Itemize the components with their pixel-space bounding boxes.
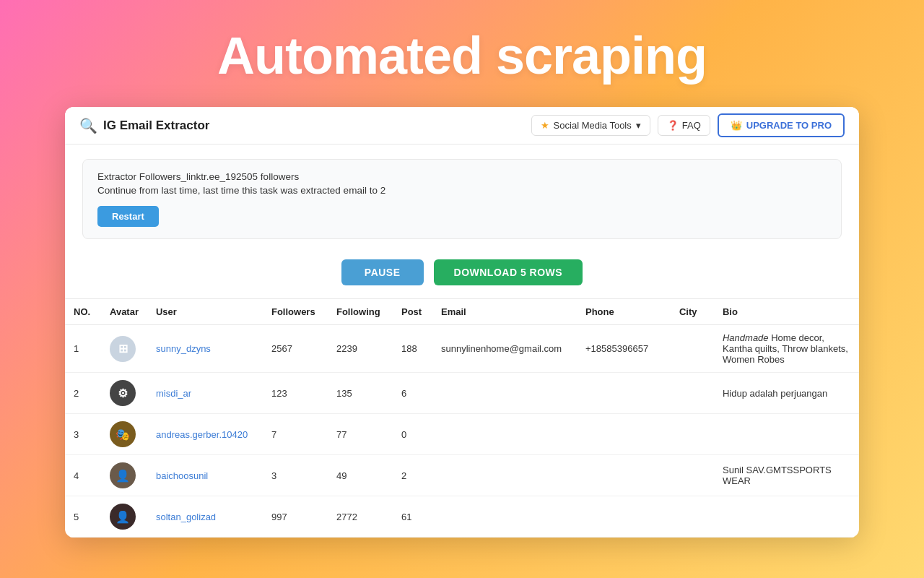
table-row: 4👤baichoosunil3492Sunil SAV.GMTSSPORTS W… bbox=[65, 455, 859, 496]
data-table-wrapper: NO. Avatar User Followers Following Post… bbox=[65, 298, 859, 538]
restart-button[interactable]: Restart bbox=[97, 206, 159, 227]
cell-bio bbox=[714, 414, 859, 455]
cell-phone bbox=[577, 414, 671, 455]
info-line2: Continue from last time, last time this … bbox=[97, 185, 827, 196]
col-header-phone: Phone bbox=[577, 299, 671, 325]
cell-email bbox=[432, 455, 577, 496]
bio-text: Sunil SAV.GMTSSPORTS WEAR bbox=[723, 465, 832, 486]
col-header-no: NO. bbox=[65, 299, 101, 325]
cell-followers: 7 bbox=[263, 414, 328, 455]
cell-no: 5 bbox=[65, 496, 101, 538]
table-header-row: NO. Avatar User Followers Following Post… bbox=[65, 299, 859, 325]
cell-no: 3 bbox=[65, 414, 101, 455]
cell-no: 2 bbox=[65, 373, 101, 414]
cell-avatar: 👤 bbox=[101, 496, 147, 538]
star-icon: ★ bbox=[541, 120, 549, 131]
cell-avatar: 🎭 bbox=[101, 414, 147, 455]
cell-user: andreas.gerber.10420 bbox=[147, 414, 263, 455]
cell-following: 77 bbox=[328, 414, 393, 455]
social-tools-button[interactable]: ★ Social Media Tools ▾ bbox=[531, 115, 650, 136]
cell-phone: +18585396657 bbox=[577, 325, 671, 373]
cell-bio: Hidup adalah perjuangan bbox=[714, 373, 859, 414]
avatar: ⊞ bbox=[110, 336, 136, 362]
social-tools-label: Social Media Tools bbox=[554, 120, 632, 131]
cell-city bbox=[671, 373, 714, 414]
cell-bio: Handmade Home decor, Kantha quilts, Thro… bbox=[714, 325, 859, 373]
cell-avatar: ⚙ bbox=[101, 373, 147, 414]
cell-post: 188 bbox=[393, 325, 432, 373]
col-header-city: City bbox=[671, 299, 714, 325]
cell-bio bbox=[714, 496, 859, 538]
action-row: PAUSE DOWNLOAD 5 ROWS bbox=[65, 251, 859, 298]
data-table: NO. Avatar User Followers Following Post… bbox=[65, 298, 859, 538]
download-button[interactable]: DOWNLOAD 5 ROWS bbox=[434, 259, 583, 285]
info-card: Extractor Followers_linktr.ee_192505 fol… bbox=[82, 159, 842, 239]
cell-post: 0 bbox=[393, 414, 432, 455]
col-header-following: Following bbox=[328, 299, 393, 325]
question-icon: ❓ bbox=[667, 120, 679, 131]
crown-icon: 👑 bbox=[731, 120, 742, 131]
faq-label: FAQ bbox=[682, 120, 701, 131]
cell-phone bbox=[577, 373, 671, 414]
col-header-user: User bbox=[147, 299, 263, 325]
cell-bio: Sunil SAV.GMTSSPORTS WEAR bbox=[714, 455, 859, 496]
cell-following: 2239 bbox=[328, 325, 393, 373]
cell-user: baichoosunil bbox=[147, 455, 263, 496]
cell-followers: 123 bbox=[263, 373, 328, 414]
col-header-post: Post bbox=[393, 299, 432, 325]
cell-following: 2772 bbox=[328, 496, 393, 538]
col-header-bio: Bio bbox=[714, 299, 859, 325]
col-header-avatar: Avatar bbox=[101, 299, 147, 325]
cell-city bbox=[671, 325, 714, 373]
cell-city bbox=[671, 455, 714, 496]
cell-phone bbox=[577, 455, 671, 496]
cell-email bbox=[432, 496, 577, 538]
cell-post: 2 bbox=[393, 455, 432, 496]
cell-post: 61 bbox=[393, 496, 432, 538]
user-link[interactable]: baichoosunil bbox=[156, 470, 208, 481]
faq-button[interactable]: ❓ FAQ bbox=[658, 115, 710, 136]
table-row: 2⚙misdi_ar1231356Hidup adalah perjuangan bbox=[65, 373, 859, 414]
table-row: 3🎭andreas.gerber.104207770 bbox=[65, 414, 859, 455]
avatar: ⚙ bbox=[110, 380, 136, 406]
cell-no: 1 bbox=[65, 325, 101, 373]
cell-user: misdi_ar bbox=[147, 373, 263, 414]
cell-city bbox=[671, 414, 714, 455]
cell-no: 4 bbox=[65, 455, 101, 496]
user-link[interactable]: sunny_dzyns bbox=[156, 343, 211, 354]
cell-email: sunnylinenhome@gmail.com bbox=[432, 325, 577, 373]
avatar: 🎭 bbox=[110, 421, 136, 447]
cell-followers: 997 bbox=[263, 496, 328, 538]
table-row: 5👤soltan_golizad997277261 bbox=[65, 496, 859, 538]
upgrade-button[interactable]: 👑 UPGRADE TO PRO bbox=[718, 113, 845, 137]
app-name: IG Email Extractor bbox=[103, 118, 209, 133]
user-link[interactable]: andreas.gerber.10420 bbox=[156, 429, 248, 440]
col-header-email: Email bbox=[432, 299, 577, 325]
cell-following: 49 bbox=[328, 455, 393, 496]
app-header: 🔍 IG Email Extractor ★ Social Media Tool… bbox=[65, 107, 859, 144]
pause-button[interactable]: PAUSE bbox=[341, 259, 424, 285]
app-logo: 🔍 IG Email Extractor bbox=[79, 117, 209, 134]
user-link[interactable]: soltan_golizad bbox=[156, 512, 216, 522]
cell-avatar: ⊞ bbox=[101, 325, 147, 373]
cell-email bbox=[432, 373, 577, 414]
upgrade-label: UPGRADE TO PRO bbox=[746, 120, 832, 131]
header-actions: ★ Social Media Tools ▾ ❓ FAQ 👑 UPGRADE T… bbox=[531, 113, 845, 137]
avatar: 👤 bbox=[110, 462, 136, 488]
user-link[interactable]: misdi_ar bbox=[156, 388, 191, 399]
cell-user: soltan_golizad bbox=[147, 496, 263, 538]
app-window: 🔍 IG Email Extractor ★ Social Media Tool… bbox=[65, 107, 859, 538]
bio-text: Hidup adalah perjuangan bbox=[723, 388, 827, 399]
cell-post: 6 bbox=[393, 373, 432, 414]
chevron-down-icon: ▾ bbox=[636, 120, 641, 131]
avatar: 👤 bbox=[110, 504, 136, 530]
cell-user: sunny_dzyns bbox=[147, 325, 263, 373]
hero-title: Automated scraping bbox=[217, 26, 707, 85]
cell-following: 135 bbox=[328, 373, 393, 414]
cell-avatar: 👤 bbox=[101, 455, 147, 496]
cell-email bbox=[432, 414, 577, 455]
search-icon: 🔍 bbox=[79, 117, 97, 134]
col-header-followers: Followers bbox=[263, 299, 328, 325]
cell-followers: 2567 bbox=[263, 325, 328, 373]
bio-italic: Handmade bbox=[723, 332, 769, 343]
